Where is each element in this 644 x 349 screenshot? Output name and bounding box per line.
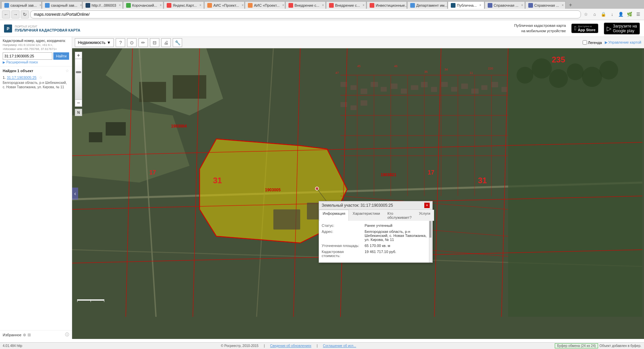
search-section: Кадастровый номер, адрес, координата: На…: [0, 37, 72, 66]
svg-rect-71: [273, 209, 300, 230]
tab-label-13: Справочная ...: [534, 3, 559, 7]
tab-close-7[interactable]: ×: [322, 3, 324, 7]
forward-button[interactable]: →: [11, 10, 19, 18]
address-bar[interactable]: [30, 10, 581, 18]
logo-area: Р ПОРТАЛ УСЛУГ ПУБЛИЧНАЯ КАДАСТРОВАЯ КАР…: [4, 24, 80, 33]
popup-tab-info[interactable]: Информация: [319, 210, 349, 221]
tab-5[interactable]: АИС «Проект... ×: [204, 1, 245, 9]
tab-9[interactable]: Инвестиционные... ×: [367, 1, 407, 9]
legend-checkbox-label[interactable]: Легенда: [583, 40, 602, 45]
popup-label-cost: Кадастровая стоимость:: [322, 250, 362, 258]
zoom-out-button[interactable]: −: [75, 99, 82, 107]
tab-close-8[interactable]: ×: [363, 3, 365, 7]
pkk-line1: Публичная кадастровая карта: [514, 23, 566, 28]
help-button[interactable]: ?: [116, 38, 125, 47]
googleplay-sub: Загрузите на: [613, 24, 637, 29]
user-icon[interactable]: 👤: [617, 11, 625, 18]
parcel-num-11: 11: [470, 71, 473, 74]
search-input[interactable]: [3, 52, 52, 60]
tab-0[interactable]: сахарный зав... ×: [1, 1, 42, 9]
add-favorite-icon[interactable]: ⊕: [23, 333, 26, 337]
popup-scrollbar[interactable]: [429, 221, 432, 262]
tab-1[interactable]: сахарный зав... ×: [42, 1, 82, 9]
tab-label-0: сахарный зав...: [10, 3, 37, 7]
tab-favicon-3: [126, 3, 131, 8]
tab-close-6[interactable]: ×: [282, 3, 284, 7]
agreement-link[interactable]: Соглашение об исп...: [323, 344, 356, 348]
shield-icon[interactable]: 🔒: [600, 11, 607, 18]
result-star[interactable]: ☆: [39, 75, 43, 80]
home-icon[interactable]: ⌂: [591, 11, 598, 18]
tab-close-13[interactable]: ×: [562, 3, 564, 7]
googleplay-badge[interactable]: ▷ Загрузите на Google play: [604, 22, 640, 35]
appstore-sub: Доступно в: [578, 25, 596, 28]
tab-11[interactable]: Публична... ×: [448, 1, 484, 9]
menu-icon[interactable]: ☰: [635, 11, 642, 18]
cadastral-label-1903004: 1903004: [171, 124, 187, 129]
updates-link[interactable]: Сведения об обновлениях: [270, 344, 311, 348]
refresh-button[interactable]: ↻: [21, 10, 29, 18]
svg-point-40: [599, 61, 618, 80]
tab-3[interactable]: Корочанский... ×: [123, 1, 163, 9]
tab-close-4[interactable]: ×: [199, 3, 201, 7]
tab-2[interactable]: http://...086003 ×: [83, 1, 123, 9]
popup-label-status: Статус:: [322, 223, 362, 228]
favorites-label: Избранное: [3, 333, 21, 337]
tab-close-3[interactable]: ×: [160, 3, 162, 7]
map-nav-left[interactable]: ‹: [72, 188, 78, 200]
manage-map-link[interactable]: ▶ Управление картой: [605, 40, 642, 45]
search-button[interactable]: Найти: [53, 52, 69, 60]
map-background[interactable]: 31 31 17 17 1903004 1903005 1903021 47 4…: [72, 48, 644, 339]
tab-4[interactable]: Яндекс.Карт... ×: [164, 1, 204, 9]
legend-checkbox[interactable]: [583, 40, 587, 45]
download-icon[interactable]: ↓: [608, 11, 616, 18]
favorite-star[interactable]: ☆: [65, 68, 69, 73]
bookmark-icon[interactable]: ☆: [582, 11, 590, 18]
tab-7[interactable]: Внедрение с... ×: [285, 1, 326, 9]
draw-button[interactable]: ✏: [139, 38, 148, 47]
svg-rect-6: [89, 132, 102, 142]
svg-rect-28: [451, 87, 457, 92]
back-button[interactable]: ←: [2, 10, 10, 18]
measure-button[interactable]: ⊙: [127, 38, 137, 47]
tab-close-5[interactable]: ×: [242, 3, 244, 7]
map-container[interactable]: Недвижимость ▼ ? ⊙ ✏ ⊟ 🖨 🔧 Легенда ▶ Упр…: [72, 37, 644, 339]
tab-6[interactable]: АИС «Проект... ×: [245, 1, 285, 9]
popup-close-button[interactable]: ×: [424, 203, 430, 208]
tab-13[interactable]: Справочная ... ×: [525, 1, 566, 9]
north-arrow: N: [75, 109, 82, 116]
map-image[interactable]: 31 31 17 17 1903004 1903005 1903021 47 4…: [72, 48, 644, 339]
result-link[interactable]: 31:17:1903005:25: [7, 76, 37, 80]
status-coords: 4.01.484 http: [3, 344, 22, 348]
tab-12[interactable]: Справочная ... ×: [485, 1, 525, 9]
layer-dropdown[interactable]: Недвижимость ▼: [75, 38, 114, 47]
search-hint: Например «61:6:10104:12», «61:6:»,«Москв…: [3, 43, 69, 51]
svg-rect-31: [481, 85, 487, 90]
tab-8[interactable]: Внедрение с... ×: [326, 1, 366, 9]
popup-tab-characteristics[interactable]: Характеристики: [349, 210, 384, 221]
print-button[interactable]: 🖨: [161, 38, 171, 47]
svg-rect-33: [501, 87, 507, 92]
appstore-badge[interactable]:  Доступно в App Store: [571, 23, 598, 33]
popup-tab-services[interactable]: Услуги: [415, 210, 434, 221]
map-svg-background: [72, 48, 644, 339]
zoom-in-button[interactable]: +: [75, 52, 82, 59]
tools-button[interactable]: 🔧: [173, 38, 182, 47]
dropdown-arrow: ▼: [107, 40, 111, 45]
tab-close-11[interactable]: ×: [479, 3, 481, 7]
tab-close-1[interactable]: ×: [80, 3, 82, 7]
layer-button[interactable]: ⊟: [150, 38, 159, 47]
new-tab-button[interactable]: +: [566, 1, 575, 9]
tab-label-7: Внедрение с...: [294, 3, 319, 7]
tab-10[interactable]: Департамент им... ×: [407, 1, 447, 9]
leaf-icon[interactable]: 🌿: [626, 11, 633, 18]
tab-close-12[interactable]: ×: [521, 3, 523, 7]
popup-tab-service[interactable]: Кто обслуживает?: [384, 210, 415, 221]
advanced-search-link[interactable]: ▶ Расширенный поиск: [3, 60, 69, 64]
manage-favorite-icon[interactable]: ⊞: [28, 333, 31, 337]
tab-close-0[interactable]: ×: [40, 3, 42, 7]
svg-rect-26: [361, 100, 367, 106]
tab-close-2[interactable]: ×: [119, 3, 121, 7]
zoom-slider[interactable]: [75, 59, 82, 99]
info-icon[interactable]: ⓘ: [65, 332, 69, 338]
